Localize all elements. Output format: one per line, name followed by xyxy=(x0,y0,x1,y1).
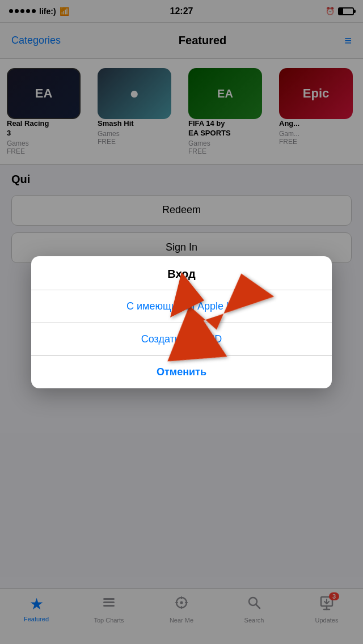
modal-title-row: Вход xyxy=(31,256,332,290)
modal-title: Вход xyxy=(167,268,195,280)
sign-in-modal: Вход С имеющимся Apple ID Создать Apple … xyxy=(31,256,332,388)
create-apple-id-button[interactable]: Создать Apple ID xyxy=(31,323,332,356)
cancel-button[interactable]: Отменить xyxy=(31,356,332,388)
modal-overlay: Вход С имеющимся Apple ID Создать Apple … xyxy=(0,0,363,644)
existing-apple-id-button[interactable]: С имеющимся Apple ID xyxy=(31,290,332,323)
